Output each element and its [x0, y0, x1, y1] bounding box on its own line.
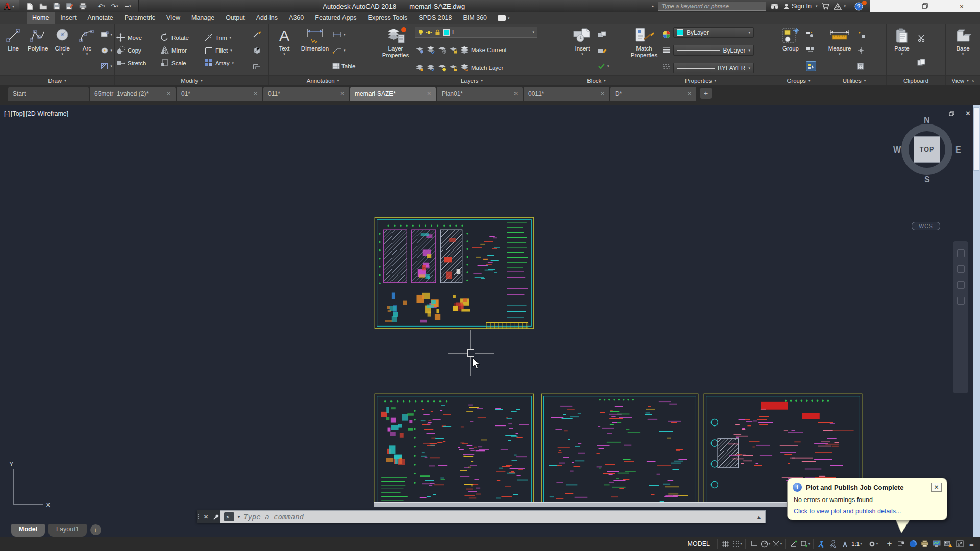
stretch-tool[interactable]: Stretch	[116, 57, 160, 69]
notification-link[interactable]: Click to view plot and publish details..…	[794, 508, 942, 515]
plot-button[interactable]	[79, 2, 87, 11]
group-edit-tool[interactable]	[806, 45, 816, 56]
viewport-view-menu[interactable]: [Top]	[11, 110, 24, 117]
tab-parametric[interactable]: Parametric	[119, 12, 161, 24]
redo-button[interactable]: ↷▾	[110, 2, 119, 11]
customization-menu-button[interactable]: ≡	[966, 538, 977, 549]
sign-in-control[interactable]: Sign In	[783, 3, 812, 10]
annotation-scale-icon[interactable]	[839, 538, 851, 549]
panel-label-layers[interactable]: Layers▾	[377, 75, 567, 85]
offset-tool[interactable]	[253, 61, 261, 71]
drawing-close-button[interactable]: ✕	[965, 110, 971, 117]
workspace-switching-button[interactable]: ▾	[867, 538, 879, 549]
notification-close-button[interactable]: ✕	[931, 483, 942, 492]
viewcube-east[interactable]: E	[955, 145, 961, 155]
circle-dropdown-icon[interactable]: ▾	[62, 53, 64, 55]
open-file-button[interactable]	[39, 2, 47, 11]
close-icon[interactable]: ✕	[514, 91, 518, 96]
tab-output[interactable]: Output	[220, 12, 251, 24]
isolate-objects-button[interactable]	[895, 538, 907, 549]
tab-express-tools[interactable]: Express Tools	[362, 12, 413, 24]
cut-tool[interactable]	[917, 33, 926, 43]
base-button[interactable]: Base ▾	[949, 26, 977, 75]
match-properties-button[interactable]: Match Properties	[628, 26, 660, 75]
panel-label-modify[interactable]: Modify▾	[115, 75, 268, 85]
panel-label-annotation[interactable]: Annotation▾	[269, 75, 377, 85]
trim-tool[interactable]: Trim▾	[204, 31, 251, 44]
table-tool[interactable]: Table	[332, 61, 356, 71]
new-layout-button[interactable]: +	[90, 524, 101, 535]
layer-lock-toggle-icon[interactable]	[449, 46, 458, 54]
object-color-dropdown[interactable]: ByLayer▾	[673, 27, 754, 38]
tab-layout1[interactable]: Layout1	[48, 524, 86, 537]
id-point-tool[interactable]	[857, 30, 865, 40]
app-menu-button[interactable]: A ▼	[0, 0, 19, 12]
array-tool[interactable]: Array▾	[204, 57, 251, 69]
file-tab-01[interactable]: 01*✕	[177, 87, 262, 101]
file-tab-memari-saze[interactable]: memari-SAZE*✕	[350, 87, 436, 101]
minimize-button[interactable]: —	[877, 3, 900, 10]
polar-tracking-button[interactable]: ▾	[760, 538, 771, 549]
measure-button[interactable]: Measure ▾	[824, 26, 855, 75]
recent-commands-icon[interactable]: ▾	[238, 515, 240, 519]
line-tool[interactable]: Line	[2, 26, 25, 75]
tab-annotate[interactable]: Annotate	[82, 12, 119, 24]
ellipse-tool[interactable]: ▾	[101, 45, 113, 56]
create-block-tool[interactable]	[598, 30, 609, 40]
fullscreen-button[interactable]	[954, 538, 966, 549]
arc-tool[interactable]: Arc ▾	[75, 26, 99, 75]
file-tab-plan01[interactable]: Plan01*✕	[437, 87, 523, 101]
color-wheel-icon[interactable]	[662, 30, 671, 40]
point-style-tool[interactable]	[857, 45, 865, 56]
ortho-mode-button[interactable]	[748, 538, 760, 549]
layer-select-dropdown[interactable]: F ▾	[415, 27, 537, 38]
vertical-scrollbar[interactable]	[973, 105, 980, 537]
base-dropdown-icon[interactable]: ▾	[962, 53, 964, 55]
move-tool[interactable]: Move	[116, 31, 160, 44]
mirror-tool[interactable]: Mirror	[160, 44, 204, 57]
model-space-button[interactable]: MODEL	[682, 540, 715, 547]
graphics-performance-button[interactable]	[930, 538, 942, 549]
close-button[interactable]: ×	[950, 3, 973, 10]
copy-clip-tool[interactable]	[917, 57, 926, 67]
tab-insert[interactable]: Insert	[55, 12, 82, 24]
close-icon[interactable]: ✕	[167, 91, 171, 96]
edit-attributes-tool[interactable]: ▾	[598, 61, 609, 71]
annotation-scale-value[interactable]: 1:1▾	[851, 538, 863, 549]
text-tool[interactable]: A Text ▾	[271, 26, 298, 75]
tab-a360[interactable]: A360	[283, 12, 309, 24]
panel-label-draw[interactable]: Draw▾	[0, 75, 114, 85]
viewport-visual-style-menu[interactable]: [2D Wireframe]	[26, 110, 68, 117]
lineweight-icon[interactable]	[662, 45, 671, 56]
close-icon[interactable]: ✕	[688, 91, 692, 96]
tab-home[interactable]: Home	[27, 12, 55, 24]
circle-tool[interactable]: Circle ▾	[51, 26, 74, 75]
search-binoculars-icon[interactable]	[770, 3, 779, 9]
ungroup-tool[interactable]	[806, 30, 816, 40]
viewcube-south[interactable]: S	[924, 175, 930, 184]
command-history-icon[interactable]: ▲	[756, 514, 762, 520]
file-tab-d[interactable]: D*✕	[610, 87, 696, 101]
layer-thaw-icon[interactable]	[426, 64, 435, 72]
dimension-tool[interactable]: Dimension	[299, 26, 331, 75]
scale-tool[interactable]: Scale	[160, 57, 204, 69]
command-input[interactable]: >_ ▾ Type a command ▲	[220, 510, 766, 523]
command-line-handle[interactable]: ✕	[197, 510, 220, 523]
hardware-acceleration-button[interactable]	[907, 538, 919, 549]
linear-dimension-tool[interactable]: ▾	[332, 30, 356, 40]
hatch-tool[interactable]: ▾	[101, 61, 113, 71]
a360-connect-icon[interactable]: ▾	[834, 3, 846, 10]
rectangle-tool[interactable]: ▾	[101, 30, 113, 40]
snap-mode-button[interactable]: ▾	[731, 538, 743, 549]
insert-block-button[interactable]: Insert ▾	[569, 26, 596, 75]
object-snap-button[interactable]: ▾	[799, 538, 811, 549]
file-tab-65metr[interactable]: 65metr_1vahed (2)*✕	[90, 87, 176, 101]
close-icon[interactable]: ✕	[601, 91, 605, 96]
layer-unlock-icon[interactable]	[449, 64, 458, 72]
linetype-icon[interactable]	[662, 61, 671, 71]
paste-dropdown-icon[interactable]: ▾	[901, 53, 903, 55]
new-drawing-tab-button[interactable]: +	[700, 88, 712, 99]
make-current-label[interactable]: Make Current	[471, 47, 507, 53]
sign-in-dropdown-icon[interactable]: ▾	[816, 4, 818, 8]
save-as-button[interactable]	[65, 2, 74, 11]
